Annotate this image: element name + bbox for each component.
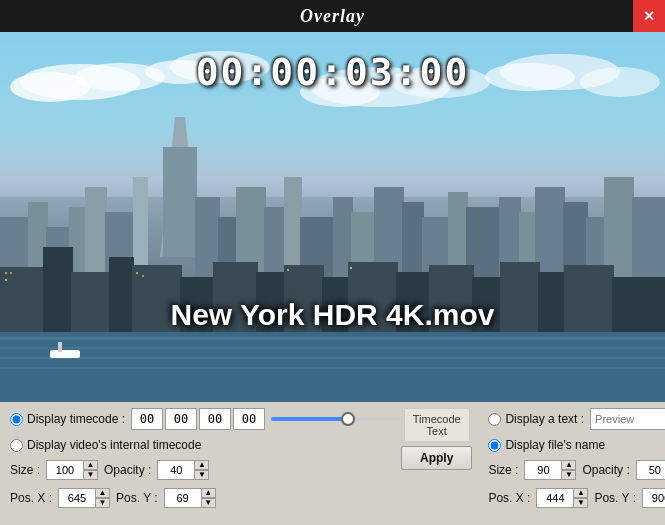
display-filename-row: Display file's name: [488, 438, 665, 452]
svg-rect-61: [5, 279, 7, 281]
time-minutes[interactable]: [165, 408, 197, 430]
display-timecode-radio[interactable]: [10, 413, 23, 426]
svg-rect-65: [350, 267, 352, 269]
right-posy-input[interactable]: [642, 488, 665, 508]
left-posx-label: Pos. X :: [10, 491, 52, 505]
left-posy-down[interactable]: ▼: [202, 498, 216, 508]
timecode-label-line1: Timecode: [413, 413, 461, 425]
timecode-label-line2: Text: [413, 425, 461, 437]
controls-right: Display a text : Display file's name Siz…: [488, 408, 665, 512]
svg-rect-62: [136, 272, 138, 274]
video-preview: 00:00:03:00 New York HDR 4K.mov: [0, 32, 665, 402]
left-size-opacity-row: Size : ▲ ▼ Opacity : ▲ ▼: [10, 460, 401, 480]
right-size-input[interactable]: [524, 460, 562, 480]
left-posy-input[interactable]: [164, 488, 202, 508]
right-posx-input[interactable]: [536, 488, 574, 508]
center-panel: Timecode Text Apply: [401, 408, 472, 470]
svg-rect-68: [0, 337, 665, 340]
right-size-opacity-row: Size : ▲ ▼ Opacity : ▲ ▼: [488, 460, 665, 480]
right-posy-label: Pos. Y :: [594, 491, 636, 505]
right-opacity-spinbox: ▲ ▼: [636, 460, 665, 480]
right-size-spinbox: ▲ ▼: [524, 460, 576, 480]
internal-timecode-label[interactable]: Display video's internal timecode: [10, 438, 201, 452]
timecode-display: 00:00:03:00: [0, 50, 665, 94]
left-size-down[interactable]: ▼: [84, 470, 98, 480]
display-filename-radio[interactable]: [488, 439, 501, 452]
svg-rect-60: [10, 272, 12, 274]
left-size-buttons: ▲ ▼: [84, 460, 98, 480]
display-text-row: Display a text :: [488, 408, 665, 430]
right-size-up[interactable]: ▲: [562, 460, 576, 470]
svg-rect-59: [5, 272, 7, 274]
right-opacity-label: Opacity :: [582, 463, 629, 477]
time-seconds[interactable]: [199, 408, 231, 430]
left-posx-down[interactable]: ▼: [96, 498, 110, 508]
time-frames[interactable]: [233, 408, 265, 430]
right-size-label: Size :: [488, 463, 518, 477]
display-filename-text: Display file's name: [505, 438, 605, 452]
left-posy-up[interactable]: ▲: [202, 488, 216, 498]
left-posx-spinbox: ▲ ▼: [58, 488, 110, 508]
left-size-spinbox: ▲ ▼: [46, 460, 98, 480]
left-posx-input[interactable]: [58, 488, 96, 508]
right-opacity-input[interactable]: [636, 460, 665, 480]
internal-timecode-text: Display video's internal timecode: [27, 438, 201, 452]
display-timecode-label[interactable]: Display timecode :: [10, 412, 125, 426]
left-opacity-buttons: ▲ ▼: [195, 460, 209, 480]
display-timecode-text: Display timecode :: [27, 412, 125, 426]
svg-rect-64: [287, 269, 289, 271]
timecode-slider-track: [271, 409, 401, 429]
left-pos-row: Pos. X : ▲ ▼ Pos. Y : ▲ ▼: [10, 488, 401, 508]
right-posx-label: Pos. X :: [488, 491, 530, 505]
svg-rect-73: [58, 342, 62, 352]
preview-input[interactable]: [590, 408, 665, 430]
title-bar: Overlay ✕: [0, 0, 665, 32]
left-posy-buttons: ▲ ▼: [202, 488, 216, 508]
time-inputs: [131, 408, 265, 430]
app-title: Overlay: [300, 6, 365, 27]
svg-rect-63: [142, 275, 144, 277]
left-size-up[interactable]: ▲: [84, 460, 98, 470]
left-opacity-down[interactable]: ▼: [195, 470, 209, 480]
left-posx-buttons: ▲ ▼: [96, 488, 110, 508]
left-opacity-up[interactable]: ▲: [195, 460, 209, 470]
svg-rect-71: [0, 367, 665, 369]
controls-panel: Display timecode : Display video's inter…: [0, 402, 665, 525]
left-posx-up[interactable]: ▲: [96, 488, 110, 498]
left-opacity-input[interactable]: [157, 460, 195, 480]
display-text-radio[interactable]: [488, 413, 501, 426]
svg-rect-69: [0, 347, 665, 349]
time-hours[interactable]: [131, 408, 163, 430]
right-posx-spinbox: ▲ ▼: [536, 488, 588, 508]
right-posx-down[interactable]: ▼: [574, 498, 588, 508]
filename-display: New York HDR 4K.mov: [0, 298, 665, 332]
internal-timecode-radio[interactable]: [10, 439, 23, 452]
svg-rect-20: [163, 147, 197, 257]
right-posx-buttons: ▲ ▼: [574, 488, 588, 508]
right-pos-row: Pos. X : ▲ ▼ Pos. Y : ▲ ▼: [488, 488, 665, 508]
svg-rect-70: [0, 357, 665, 359]
right-size-down[interactable]: ▼: [562, 470, 576, 480]
right-size-buttons: ▲ ▼: [562, 460, 576, 480]
controls-left: Display timecode : Display video's inter…: [10, 408, 401, 512]
internal-timecode-row: Display video's internal timecode: [10, 438, 401, 452]
left-opacity-label: Opacity :: [104, 463, 151, 477]
display-filename-label[interactable]: Display file's name: [488, 438, 605, 452]
left-size-label: Size :: [10, 463, 40, 477]
timecode-slider[interactable]: [271, 417, 401, 421]
timecode-row: Display timecode :: [10, 408, 401, 430]
apply-button[interactable]: Apply: [401, 446, 472, 470]
timecode-text-box: Timecode Text: [404, 408, 470, 442]
left-posy-label: Pos. Y :: [116, 491, 158, 505]
left-posy-spinbox: ▲ ▼: [164, 488, 216, 508]
svg-rect-72: [50, 350, 80, 358]
left-size-input[interactable]: [46, 460, 84, 480]
display-text-label[interactable]: Display a text :: [488, 412, 584, 426]
close-button[interactable]: ✕: [633, 0, 665, 32]
water-decoration: [0, 332, 665, 402]
right-posx-up[interactable]: ▲: [574, 488, 588, 498]
display-text-text: Display a text :: [505, 412, 584, 426]
left-opacity-spinbox: ▲ ▼: [157, 460, 209, 480]
right-posy-spinbox: ▲ ▼: [642, 488, 665, 508]
controls-main-row: Display timecode : Display video's inter…: [10, 408, 655, 512]
